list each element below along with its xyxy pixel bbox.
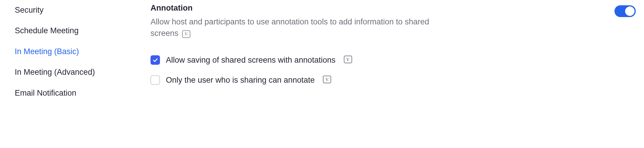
setting-panel: Annotation Allow host and participants t… bbox=[151, 4, 455, 85]
option-label-only-sharer: Only the user who is sharing can annotat… bbox=[166, 76, 315, 85]
checkbox-only-sharer[interactable] bbox=[151, 75, 160, 85]
sidebar-item-email-notification[interactable]: Email Notification bbox=[15, 88, 95, 98]
info-badge-icon[interactable]: V. bbox=[323, 76, 331, 83]
info-badge-icon[interactable]: V. bbox=[344, 56, 352, 63]
setting-description-row: Allow host and participants to use annot… bbox=[151, 16, 455, 39]
checkbox-allow-saving[interactable] bbox=[151, 55, 160, 65]
option-allow-saving: Allow saving of shared screens with anno… bbox=[151, 55, 455, 65]
setting-title: Annotation bbox=[151, 4, 455, 13]
annotation-toggle[interactable] bbox=[614, 5, 636, 17]
sidebar-item-in-meeting-advanced[interactable]: In Meeting (Advanced) bbox=[15, 67, 95, 77]
sidebar-item-schedule-meeting[interactable]: Schedule Meeting bbox=[15, 26, 95, 35]
option-only-sharer: Only the user who is sharing can annotat… bbox=[151, 75, 455, 85]
settings-sidebar: Security Schedule Meeting In Meeting (Ba… bbox=[15, 5, 95, 98]
toggle-knob bbox=[625, 6, 635, 16]
checkmark-icon bbox=[152, 57, 158, 63]
setting-options: Allow saving of shared screens with anno… bbox=[151, 55, 455, 85]
info-badge-icon[interactable]: V. bbox=[182, 30, 190, 38]
option-label-allow-saving: Allow saving of shared screens with anno… bbox=[166, 56, 336, 65]
sidebar-item-in-meeting-basic[interactable]: In Meeting (Basic) bbox=[15, 47, 95, 56]
setting-description: Allow host and participants to use annot… bbox=[151, 17, 429, 38]
sidebar-item-security[interactable]: Security bbox=[15, 5, 95, 15]
